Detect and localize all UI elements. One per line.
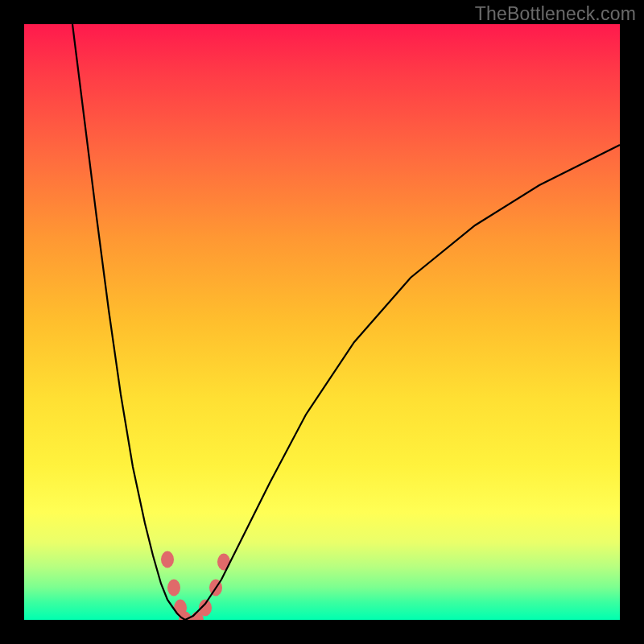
plot-area (24, 24, 620, 620)
curve-marker (161, 551, 174, 568)
curve-right-branch (185, 145, 620, 620)
marker-group (161, 551, 230, 620)
curve-marker (217, 554, 230, 571)
curve-marker (167, 580, 180, 597)
curve-left-branch (72, 24, 185, 620)
chart-frame: TheBottleneck.com (0, 0, 644, 644)
curve-svg (24, 24, 620, 620)
watermark-text: TheBottleneck.com (475, 3, 636, 25)
